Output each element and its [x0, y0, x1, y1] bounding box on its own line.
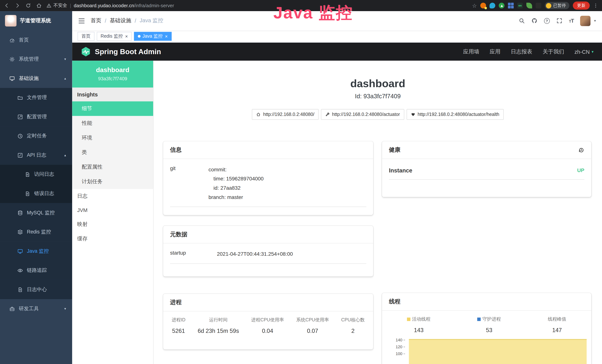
wrench-icon	[325, 112, 330, 117]
database-icon	[17, 210, 23, 216]
process-card: 进程 进程ID 5261 运行时间 6d 23h 15m 59s	[163, 294, 373, 349]
profile-avatar	[546, 3, 551, 8]
sba-nav-about[interactable]: 关于我们	[543, 48, 564, 55]
tab-home[interactable]: 首页	[77, 32, 94, 41]
sidebar-item-error-logs[interactable]: 错误日志	[0, 184, 72, 203]
font-size-icon[interactable]: TT	[569, 18, 574, 24]
edit-square-icon	[17, 152, 23, 158]
extension-icon[interactable]	[499, 3, 505, 8]
sidebar-item-config-management[interactable]: 配置管理	[0, 107, 72, 127]
breadcrumb-home[interactable]: 首页	[91, 17, 101, 24]
sba-item-logs[interactable]: 日志	[72, 189, 153, 203]
tab-redis-monitor[interactable]: Redis 监控 ×	[97, 32, 132, 41]
chrome-update-button[interactable]: 更新	[573, 1, 590, 10]
close-icon[interactable]: ×	[165, 33, 168, 39]
sidebar-item-scheduled-tasks[interactable]: 定时任务	[0, 126, 72, 146]
breadcrumb-infrastructure[interactable]: 基础设施	[110, 17, 131, 24]
insights-section-label: Insights	[72, 87, 153, 101]
sba-item-jvm[interactable]: JVM	[72, 203, 153, 217]
sidebar-item-log-center[interactable]: 日志中心	[0, 280, 72, 299]
sba-item-caches[interactable]: 缓存	[72, 232, 153, 246]
sidebar-item-file-management[interactable]: 文件管理	[0, 88, 72, 107]
hamburger-icon[interactable]	[78, 18, 85, 23]
sba-item-performance[interactable]: 性能	[72, 116, 153, 130]
chevron-down-icon: ▾	[592, 50, 593, 54]
app-title: 芋道管理系统	[20, 17, 51, 24]
extension-icon[interactable]	[508, 3, 514, 8]
legend-swatch	[477, 318, 481, 321]
sba-brand[interactable]: Spring Boot Admin	[81, 47, 161, 57]
sba-sidebar: dashboard 93a3fc7f7409 Insights 细节 性能 环境…	[72, 61, 153, 364]
sidebar-item-redis-monitor[interactable]: Redis 监控	[0, 222, 72, 242]
address-bar[interactable]: dashboard.yudao.iocoder.cn/infra/admin-s…	[74, 3, 472, 8]
sba-item-details[interactable]: 细节	[72, 101, 153, 116]
sidebar-item-link-tracing[interactable]: 链路追踪	[0, 261, 72, 280]
fullscreen-icon[interactable]	[556, 18, 562, 24]
reload-icon[interactable]	[25, 3, 31, 8]
user-avatar[interactable]	[580, 16, 591, 26]
sidebar-item-access-logs[interactable]: 访问日志	[0, 165, 72, 184]
extensions-puzzle-icon[interactable]	[536, 3, 541, 8]
url-host: dashboard.yudao.iocoder.cn	[74, 3, 134, 8]
sba-item-environment[interactable]: 环境	[72, 130, 153, 145]
chart-area-series	[409, 339, 587, 364]
extension-icon[interactable]	[480, 3, 486, 8]
health-instance-label: Instance	[389, 167, 412, 173]
sidebar-item-dev-tools[interactable]: 研发工具 ▾	[0, 299, 72, 318]
document-icon	[25, 191, 30, 196]
kebab-menu-icon[interactable]	[593, 3, 598, 8]
sba-header: Spring Boot Admin 应用墙 应用 日志报表 关于我们 zh-CN…	[72, 43, 602, 61]
annotation-text: Java 监控	[273, 2, 353, 24]
extension-icon[interactable]	[489, 3, 495, 8]
tab-java-monitor[interactable]: Java 监控 ×	[134, 32, 172, 41]
process-card-title: 进程	[163, 294, 373, 311]
home-icon	[256, 112, 261, 117]
eye-icon	[17, 268, 23, 273]
service-url-link[interactable]: http://192.168.0.2:48080/	[252, 109, 319, 120]
sba-nav-applications[interactable]: 应用	[490, 48, 500, 55]
health-instance-row: Instance UP	[389, 161, 584, 180]
sidebar-item-home[interactable]: 首页	[0, 30, 72, 50]
bookmark-star-icon[interactable]: ☆	[472, 2, 477, 9]
app-logo-image	[5, 15, 17, 27]
locale-selector[interactable]: zh-CN ▾	[575, 49, 594, 55]
history-icon[interactable]	[578, 147, 584, 153]
sba-item-scheduled-tasks[interactable]: 计划任务	[72, 174, 153, 189]
sba-item-config-properties[interactable]: 配置属性	[72, 160, 153, 174]
browser-actions: ☆ on 已暂停 更新	[472, 1, 598, 10]
health-url-link[interactable]: http://192.168.0.2:48080/actuator/health	[406, 109, 504, 120]
sba-nav-journal[interactable]: 日志报表	[511, 48, 532, 55]
sidebar-item-mysql-monitor[interactable]: MySQL 监控	[0, 203, 72, 222]
threads-stats: 活动线程 143 守护进程	[382, 310, 591, 336]
health-card-header: 健康	[382, 141, 591, 159]
forward-icon[interactable]	[15, 3, 20, 8]
actuator-url-link[interactable]: http://192.168.0.2:48080/actuator	[321, 109, 404, 120]
chevron-down-icon[interactable]: ▾	[594, 19, 596, 23]
info-value: commit: time: 1596289704000 id: 27aa832 …	[208, 165, 366, 202]
chevron-down-icon: ▾	[64, 307, 66, 311]
sba-nav-wallboard[interactable]: 应用墙	[463, 48, 479, 55]
metadata-card-title: 元数据	[163, 226, 373, 244]
back-icon[interactable]	[4, 3, 10, 8]
sidebar-menu: 首页 系统管理 ▾ 基础设施 ▴ 文件管理 配置	[0, 30, 72, 318]
extension-icon[interactable]: on	[517, 3, 523, 8]
home-icon[interactable]	[36, 3, 42, 8]
search-icon[interactable]	[519, 18, 525, 24]
monitor-icon	[9, 75, 15, 81]
site-security-chip[interactable]: 不安全	[46, 2, 67, 9]
sidebar-item-java-monitor[interactable]: Java 监控	[0, 242, 72, 261]
legend-swatch	[407, 318, 410, 321]
extension-icon[interactable]	[526, 3, 532, 8]
close-icon[interactable]: ×	[125, 33, 128, 39]
sba-item-classes[interactable]: 类	[72, 145, 153, 160]
github-icon[interactable]	[531, 18, 538, 24]
sidebar-item-api-logs[interactable]: API 日志 ▴	[0, 146, 72, 165]
cards-grid: 信息 git commit: time: 1596289704000 id: 2…	[153, 141, 602, 364]
sidebar-item-infrastructure[interactable]: 基础设施 ▴	[0, 69, 72, 88]
stat-cpu-cores: CPU核心数 2	[341, 317, 365, 334]
stat-daemon-threads: 守护进程 53	[477, 316, 501, 333]
profile-chip[interactable]: 已暂停	[545, 2, 569, 9]
sidebar-item-system-management[interactable]: 系统管理 ▾	[0, 50, 72, 69]
sba-item-mappings[interactable]: 映射	[72, 217, 153, 232]
help-icon[interactable]: ?	[544, 18, 550, 23]
